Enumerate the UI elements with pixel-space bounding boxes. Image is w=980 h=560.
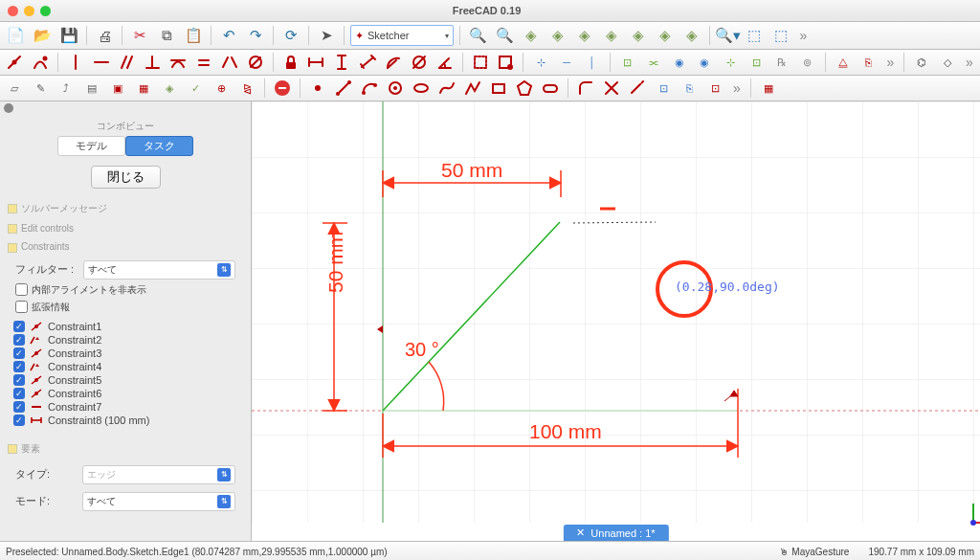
nav-style-indicator[interactable]: 🖱MayaGesture — [779, 547, 849, 557]
close-button[interactable]: 閉じる — [91, 166, 161, 189]
constraint-checkbox[interactable]: ✓ — [13, 401, 25, 413]
view-top-icon[interactable]: ◈ — [573, 24, 596, 47]
reorient-icon[interactable]: ◈ — [159, 78, 180, 99]
ellipse-icon[interactable] — [411, 78, 432, 99]
print-icon[interactable]: 🖨 — [93, 24, 116, 47]
open-file-icon[interactable]: 📂 — [31, 24, 54, 47]
constraint-checkbox[interactable]: ✓ — [13, 388, 25, 399]
parallel-icon[interactable] — [116, 52, 137, 73]
constraint-checkbox[interactable]: ✓ — [13, 321, 25, 332]
construction-icon[interactable]: ⊡ — [704, 78, 725, 99]
bspline-degree-icon[interactable]: ⌬ — [911, 52, 932, 73]
select-elements-icon[interactable]: ⊹ — [720, 52, 741, 73]
validate-icon[interactable]: ✓ — [185, 78, 206, 99]
virtual-space-icon[interactable]: ▦ — [758, 78, 779, 99]
elements-section-header[interactable]: 要素 — [0, 438, 251, 459]
trim-icon[interactable] — [601, 78, 622, 99]
slot-icon[interactable] — [540, 78, 561, 99]
part-cube-icon[interactable]: ⬚ — [743, 24, 766, 47]
show-hide-constraints-icon[interactable]: ℞ — [771, 52, 792, 73]
mirror-icon[interactable]: ⧎ — [236, 78, 257, 99]
dim-50-horizontal[interactable]: 50 mm — [441, 159, 502, 182]
panel-handle-icon[interactable] — [4, 103, 13, 113]
line-icon[interactable] — [333, 78, 354, 99]
view-front-icon[interactable]: ◈ — [546, 24, 569, 47]
distance-icon[interactable] — [357, 52, 378, 73]
hide-internal-checkbox[interactable]: 内部アライメントを非表示 — [0, 281, 251, 299]
extend-icon[interactable] — [627, 78, 648, 99]
dim-100[interactable]: 100 mm — [529, 420, 602, 443]
pointer-icon[interactable]: ➤ — [315, 24, 338, 47]
dim-angle-30[interactable]: 30 ° — [405, 339, 439, 361]
constraint-checkbox[interactable]: ✓ — [13, 361, 25, 372]
view-section-icon[interactable]: ▣ — [107, 78, 128, 99]
show-hide-internal-icon[interactable]: ⊚ — [797, 52, 818, 73]
constraint-row[interactable]: ✓Constraint3 — [13, 347, 237, 360]
radius-icon[interactable] — [383, 52, 404, 73]
select-constraints-icon[interactable]: ⊡ — [746, 52, 767, 73]
close-tab-icon[interactable]: ✕ — [576, 526, 585, 539]
constraint-checkbox[interactable]: ✓ — [13, 374, 25, 386]
connect-icon[interactable]: ⫘ — [643, 52, 664, 73]
solver-section-header[interactable]: ソルバーメッセージ — [0, 198, 251, 219]
toolbar-overflow-icon[interactable]: » — [799, 28, 807, 43]
minimize-window-button[interactable] — [24, 6, 34, 16]
constraint-checkbox[interactable]: ✓ — [13, 334, 25, 346]
close-window-button[interactable] — [8, 6, 18, 16]
constraint-row[interactable]: ✓Constraint5 — [13, 373, 237, 387]
lock-icon[interactable] — [280, 52, 301, 73]
constraints-section-header[interactable]: Constraints — [0, 237, 251, 256]
coincident-icon[interactable] — [4, 52, 25, 73]
vertical-icon[interactable] — [65, 52, 86, 73]
external-icon[interactable]: ⊡ — [653, 78, 674, 99]
zoom-fit-icon[interactable]: 🔍 — [466, 24, 489, 47]
refresh-icon[interactable]: ⟳ — [279, 24, 302, 47]
horizontal-icon[interactable] — [91, 52, 112, 73]
block-icon[interactable] — [245, 52, 266, 73]
view-iso-icon[interactable]: ◈ — [520, 24, 543, 47]
distance-y-icon[interactable] — [331, 52, 352, 73]
carbon-copy-icon[interactable]: ⎘ — [679, 78, 700, 99]
distance-x-icon[interactable] — [305, 52, 326, 73]
symmetry-icon[interactable]: ⧋ — [833, 52, 854, 73]
constraint-row[interactable]: ✓Constraint2 — [13, 333, 237, 347]
toolbar-overflow-icon-3[interactable]: » — [966, 55, 973, 70]
point-icon[interactable] — [307, 78, 328, 99]
filter-select[interactable]: すべて ⇅ — [83, 260, 235, 280]
view-right-icon[interactable]: ◈ — [600, 24, 623, 47]
tangent-icon[interactable] — [167, 52, 189, 73]
workbench-selector[interactable]: ✦ Sketcher ▾ — [350, 25, 454, 46]
select-origin-icon[interactable]: ⊹ — [530, 52, 551, 73]
document-tab[interactable]: ✕ Unnamed : 1* — [563, 525, 668, 541]
toggle-active-icon[interactable] — [495, 52, 516, 73]
new-file-icon[interactable]: 📄 — [4, 24, 27, 47]
sketch-canvas[interactable]: 50 mm 50 mm 100 mm 30 ° (0.28,90.0deg) ✕… — [252, 101, 980, 541]
save-file-icon[interactable]: 💾 — [57, 24, 80, 47]
constraint-checkbox[interactable]: ✓ — [13, 347, 25, 359]
select-vertical-icon[interactable]: │ — [582, 52, 603, 73]
circle-icon[interactable] — [385, 78, 406, 99]
constraint-row[interactable]: ✓Constraint1 — [13, 320, 237, 333]
select-horizontal-icon[interactable]: ─ — [556, 52, 577, 73]
constraint-row[interactable]: ✓Constraint4 — [13, 360, 237, 373]
select-redundant-icon[interactable]: ◉ — [694, 52, 715, 73]
constraint-checkbox[interactable]: ✓ — [13, 414, 25, 426]
select-conflicting-icon[interactable]: ◉ — [669, 52, 690, 73]
view-left-icon[interactable]: ◈ — [680, 24, 703, 47]
constraint-row[interactable]: ✓Constraint7 — [13, 400, 237, 414]
polygon-icon[interactable] — [514, 78, 535, 99]
extended-info-checkbox[interactable]: 拡張情報 — [0, 299, 251, 316]
close-shape-icon[interactable]: ⊡ — [617, 52, 638, 73]
part-cyl-icon[interactable]: ⬚ — [769, 24, 792, 47]
edit-sketch-icon[interactable]: ✎ — [30, 78, 51, 99]
mode-select[interactable]: すべて ⇅ — [82, 492, 235, 511]
view-sketch-icon[interactable]: ▤ — [81, 78, 102, 99]
tab-model[interactable]: モデル — [57, 136, 125, 156]
cut-icon[interactable]: ✂ — [128, 24, 151, 47]
equal-icon[interactable] — [193, 52, 214, 73]
arc-icon[interactable] — [359, 78, 380, 99]
paste-icon[interactable]: 📋 — [182, 24, 205, 47]
toolbar-overflow-icon-4[interactable]: » — [733, 80, 741, 96]
constraint-row[interactable]: ✓Constraint6 — [13, 387, 237, 400]
angle-icon[interactable] — [434, 52, 456, 73]
